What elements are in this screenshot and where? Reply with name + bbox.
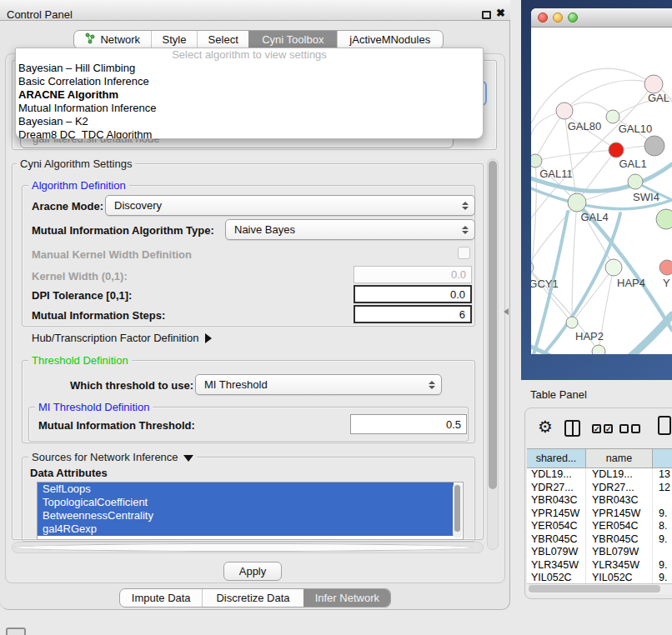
tab-impute-data[interactable]: Impute Data <box>120 589 202 607</box>
table-row[interactable]: YBL079WYBL079W <box>527 546 672 559</box>
hub-definition-expander[interactable]: Hub/Transcription Factor Definition <box>32 332 212 344</box>
algorithm-option[interactable]: Basic Correlation Inference <box>16 75 483 88</box>
table-cell[interactable]: YPR145W <box>586 508 653 521</box>
zoom-traffic-light[interactable] <box>568 12 578 22</box>
minimized-panel-icon[interactable] <box>6 628 26 635</box>
settings-hscrollbar-thumb[interactable] <box>14 543 473 552</box>
data-attribute-item-selected[interactable]: gal4RGexp <box>38 522 454 536</box>
algorithm-option[interactable]: Bayesian – Hill Climbing <box>16 62 483 75</box>
table-cell[interactable]: 9. <box>653 572 672 583</box>
mi-steps-input[interactable]: 6 <box>354 305 472 323</box>
table-cell[interactable]: YLR345W <box>586 559 653 572</box>
splitter-collapse-icon[interactable] <box>504 308 509 315</box>
table-cell[interactable]: YDR27... <box>527 482 586 495</box>
document-icon[interactable] <box>658 416 671 435</box>
table-row[interactable]: YDL19...YDL19...13 <box>527 468 672 482</box>
table-cell[interactable]: 9. <box>653 533 672 547</box>
network-node[interactable] <box>644 136 664 156</box>
tab-jactivemnodules[interactable]: jActiveMNodules <box>337 31 443 48</box>
table-cell[interactable]: YBR045C <box>527 533 586 547</box>
table-cell[interactable] <box>653 546 672 559</box>
network-node[interactable] <box>644 75 663 93</box>
kernel-width-input[interactable]: 0.0 <box>354 266 472 283</box>
table-row[interactable]: YBR045CYBR045C9. <box>527 533 672 547</box>
data-attribute-item-selected[interactable]: SelfLoops <box>38 482 454 496</box>
network-edge[interactable] <box>531 202 577 268</box>
table-cell[interactable]: 12 <box>653 482 672 495</box>
mi-type-combobox[interactable]: Naive Bayes <box>225 219 475 240</box>
manual-kernel-checkbox[interactable] <box>458 247 470 259</box>
network-node[interactable] <box>531 154 542 168</box>
table-cell[interactable]: YBR043C <box>586 494 653 508</box>
table-cell[interactable]: YER054C <box>527 520 586 533</box>
close-traffic-light[interactable] <box>538 12 548 22</box>
network-edge[interactable] <box>531 68 654 123</box>
table-column-header[interactable]: shared... <box>527 449 586 468</box>
network-canvas[interactable]: GALGAL80GAL10GAL1GAL11SWI4GAL4GCY1HAP4YH… <box>531 28 672 354</box>
apply-button[interactable]: Apply <box>223 562 282 581</box>
network-edge[interactable] <box>535 150 616 161</box>
network-edge[interactable] <box>577 150 616 202</box>
float-window-icon[interactable] <box>482 11 491 19</box>
network-edge[interactable] <box>572 268 614 322</box>
network-edge[interactable] <box>599 315 672 354</box>
network-node[interactable] <box>659 260 672 275</box>
table-column-header[interactable] <box>653 449 672 468</box>
table-cell[interactable]: 13 <box>653 468 672 482</box>
table-row[interactable]: YER054CYER054C8. <box>527 520 672 533</box>
which-threshold-combobox[interactable]: MI Threshold <box>195 374 442 395</box>
table-cell[interactable]: YIL052C <box>586 572 653 583</box>
table-row[interactable]: YIL052CYIL052C9. <box>527 572 672 583</box>
algorithm-option[interactable]: Bayesian – K2 <box>16 115 483 128</box>
network-node[interactable] <box>592 345 605 354</box>
table-cell[interactable]: YPR145W <box>527 508 586 521</box>
network-node[interactable] <box>628 174 643 189</box>
network-node[interactable] <box>605 259 622 276</box>
tab-network[interactable]: Network <box>74 31 151 48</box>
network-node[interactable] <box>531 262 534 273</box>
table-row[interactable]: YDR27...YDR27...12 <box>527 482 672 495</box>
table-hscrollbar-thumb[interactable] <box>529 585 660 592</box>
gear-icon[interactable]: ⚙ <box>538 417 553 437</box>
close-icon[interactable]: ✖ <box>496 7 505 19</box>
table-cell[interactable]: 9. <box>653 508 672 521</box>
table-column-header[interactable]: name <box>586 449 653 468</box>
mi-threshold-input[interactable]: 0.5 <box>350 414 467 434</box>
attributes-scrollbar-thumb[interactable] <box>454 485 460 532</box>
table-cell[interactable]: YBL079W <box>527 546 586 559</box>
network-edge[interactable] <box>584 210 672 330</box>
network-edge[interactable] <box>572 202 577 322</box>
network-edge[interactable] <box>531 268 572 322</box>
network-node[interactable] <box>606 110 619 123</box>
network-node[interactable] <box>609 142 624 158</box>
table-cell[interactable]: YDL19... <box>586 468 653 482</box>
network-edge[interactable] <box>564 80 654 111</box>
table-cell[interactable]: YDR27... <box>586 482 653 495</box>
network-window-titlebar[interactable] <box>531 8 672 28</box>
table-cell[interactable]: 9. <box>653 559 672 572</box>
dpi-tolerance-input[interactable]: 0.0 <box>354 285 472 303</box>
network-node[interactable] <box>556 102 573 119</box>
algorithm-option[interactable]: Dream8 DC_TDC Algorithm <box>16 128 483 139</box>
select-all-checkboxes-icon[interactable]: ✓ ✓ <box>592 424 613 433</box>
network-edge[interactable] <box>531 347 602 354</box>
table-cell[interactable] <box>653 494 672 508</box>
tab-discretize-data[interactable]: Discretize Data <box>202 589 303 607</box>
table-cell[interactable]: YBR045C <box>586 533 653 547</box>
data-attribute-item-selected[interactable]: BetweennessCentrality <box>38 509 454 522</box>
table-row[interactable]: YPR145WYPR145W9. <box>527 508 672 521</box>
table-cell[interactable]: YIL052C <box>527 572 586 583</box>
column-panes-icon[interactable] <box>564 420 580 437</box>
deselect-all-checkboxes-icon[interactable] <box>619 424 640 433</box>
minimize-traffic-light[interactable] <box>553 12 563 22</box>
table-cell[interactable]: YLR345W <box>527 559 586 572</box>
tab-style[interactable]: Style <box>151 31 198 48</box>
table-cell[interactable]: 8. <box>653 520 672 533</box>
table-row[interactable]: YLR345WYLR345W9. <box>527 559 672 572</box>
sources-title-row[interactable]: Sources for Network Inference <box>28 451 197 463</box>
tab-infer-network[interactable]: Infer Network <box>303 589 390 607</box>
table-cell[interactable]: YER054C <box>586 520 653 533</box>
network-node[interactable] <box>566 317 578 328</box>
algorithm-option[interactable]: Mutual Information Inference <box>16 102 483 115</box>
tab-select[interactable]: Select <box>197 31 248 48</box>
